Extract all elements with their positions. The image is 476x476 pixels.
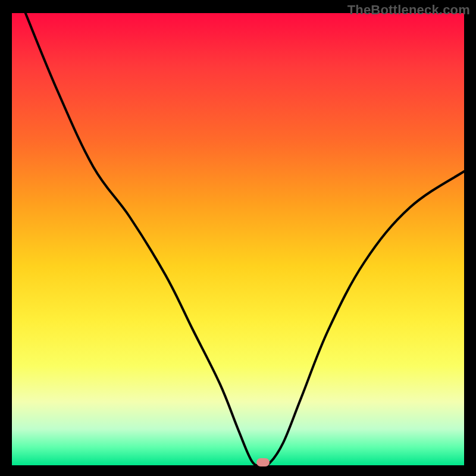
plot-area — [12, 13, 464, 465]
bottleneck-curve — [12, 13, 464, 465]
chart-frame: TheBottleneck.com — [0, 0, 476, 476]
curve-path — [26, 13, 464, 465]
watermark-text: TheBottleneck.com — [347, 2, 470, 18]
optimum-marker — [256, 458, 270, 466]
